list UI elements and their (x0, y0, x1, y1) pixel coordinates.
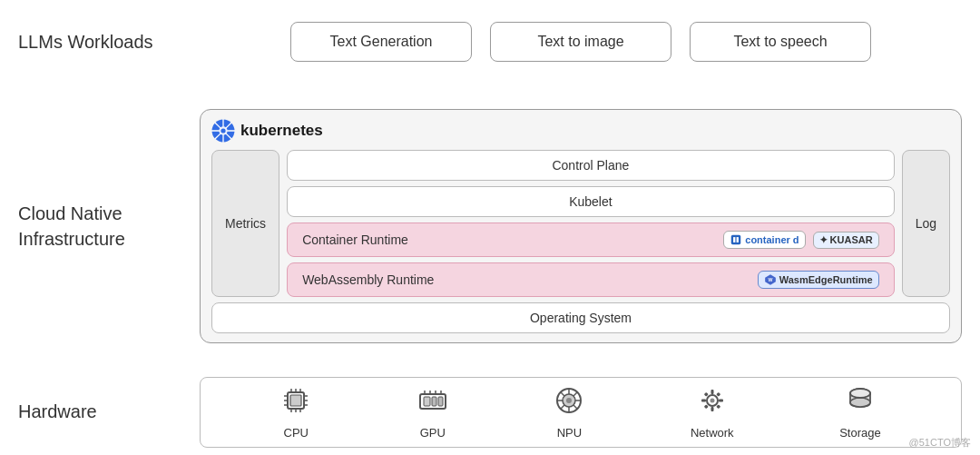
llms-section: LLMs Workloads Text Generation Text to i… (18, 9, 962, 74)
wasm-runtime-box: WebAssembly Runtime W WasmEdgeRuntime (287, 262, 895, 297)
watermark: @51CTO博客 (909, 436, 971, 450)
network-icon (697, 385, 728, 422)
hardware-label: Hardware (18, 401, 200, 422)
svg-point-40 (566, 398, 572, 403)
gpu-item: GPU (417, 385, 448, 440)
svg-point-2 (220, 128, 225, 133)
svg-point-60 (850, 398, 870, 407)
svg-text:W: W (768, 277, 772, 282)
svg-rect-13 (737, 237, 739, 242)
hardware-section: Hardware (18, 378, 962, 446)
svg-rect-32 (432, 397, 436, 406)
network-gear-icon (697, 385, 728, 416)
wasm-runtime-logos: W WasmEdgeRuntime (758, 271, 879, 289)
k8s-inner: Metrics Control Plane Kubelet Container … (211, 150, 950, 297)
cloud-label: Cloud NativeInfrastructure (18, 201, 200, 252)
svg-rect-31 (424, 397, 430, 406)
kubernetes-container: kubernetes Metrics Control Plane Kubelet (200, 109, 962, 343)
svg-rect-58 (716, 404, 720, 409)
cpu-chip-icon (280, 385, 311, 416)
kubelet-label: Kubelet (569, 194, 612, 209)
kubelet-box: Kubelet (287, 186, 895, 217)
svg-rect-53 (701, 399, 706, 401)
npu-chip-icon (554, 385, 584, 416)
control-plane-label: Control Plane (552, 158, 629, 173)
workload-text-image-label: Text to image (537, 34, 623, 50)
workload-text-generation-label: Text Generation (330, 34, 433, 50)
log-box: Log (902, 150, 950, 297)
svg-rect-12 (733, 237, 735, 242)
components-middle: Control Plane Kubelet Container Runtime … (287, 150, 895, 297)
svg-rect-51 (710, 390, 713, 394)
metrics-box: Metrics (211, 150, 279, 297)
hardware-items: CPU GPU (200, 377, 962, 448)
workload-text-image: Text to image (490, 22, 671, 62)
workload-boxes: Text Generation Text to image Text to sp… (200, 22, 962, 62)
npu-label: NPU (557, 426, 582, 440)
cpu-icon (280, 385, 311, 422)
svg-rect-54 (719, 399, 723, 401)
wasmedge-badge: W WasmEdgeRuntime (758, 271, 879, 289)
cpu-item: CPU (280, 385, 311, 440)
svg-rect-57 (704, 404, 709, 409)
container-runtime-label: Container Runtime (302, 232, 408, 247)
svg-point-61 (850, 389, 870, 398)
container-runtime-logos: containerd ✦ KUASAR (723, 231, 878, 249)
svg-rect-33 (438, 397, 443, 406)
kubernetes-label: kubernetes (240, 122, 323, 140)
svg-rect-55 (704, 391, 709, 396)
gpu-chip-icon (417, 385, 448, 416)
storage-label: Storage (839, 426, 881, 440)
containerd-icon (730, 233, 742, 246)
containerd-badge: containerd (723, 231, 805, 249)
storage-db-icon (845, 385, 876, 416)
kubernetes-header: kubernetes (211, 119, 950, 143)
cloud-section: Cloud NativeInfrastructure (18, 84, 962, 369)
kuasar-badge: ✦ KUASAR (813, 232, 879, 249)
svg-rect-52 (710, 407, 713, 411)
svg-line-45 (561, 392, 564, 396)
kubernetes-icon (211, 119, 235, 143)
wasmedge-icon: W (764, 273, 777, 286)
workload-text-speech-label: Text to speech (733, 34, 827, 50)
npu-icon (554, 385, 584, 422)
wasm-runtime-label: WebAssembly Runtime (302, 272, 434, 287)
gpu-label: GPU (420, 426, 446, 440)
svg-point-50 (710, 398, 714, 402)
svg-line-47 (573, 392, 577, 396)
control-plane-box: Control Plane (287, 150, 895, 181)
workload-text-speech: Text to speech (690, 22, 871, 62)
workload-text-generation: Text Generation (290, 22, 472, 62)
os-box: Operating System (211, 302, 950, 333)
network-item: Network (691, 385, 734, 440)
network-label: Network (691, 426, 734, 440)
llms-label: LLMs Workloads (18, 30, 200, 54)
gpu-icon (417, 385, 448, 422)
storage-item: Storage (839, 385, 881, 440)
svg-rect-56 (716, 391, 720, 396)
main-container: LLMs Workloads Text Generation Text to i… (0, 0, 980, 455)
svg-line-46 (573, 405, 577, 409)
storage-icon (845, 385, 876, 422)
svg-line-48 (561, 405, 564, 409)
cpu-label: CPU (284, 426, 309, 440)
npu-item: NPU (554, 385, 584, 440)
svg-rect-17 (290, 395, 301, 406)
svg-rect-11 (731, 235, 741, 245)
container-runtime-box: Container Runtime containerd ✦ KUASAR (287, 223, 895, 257)
